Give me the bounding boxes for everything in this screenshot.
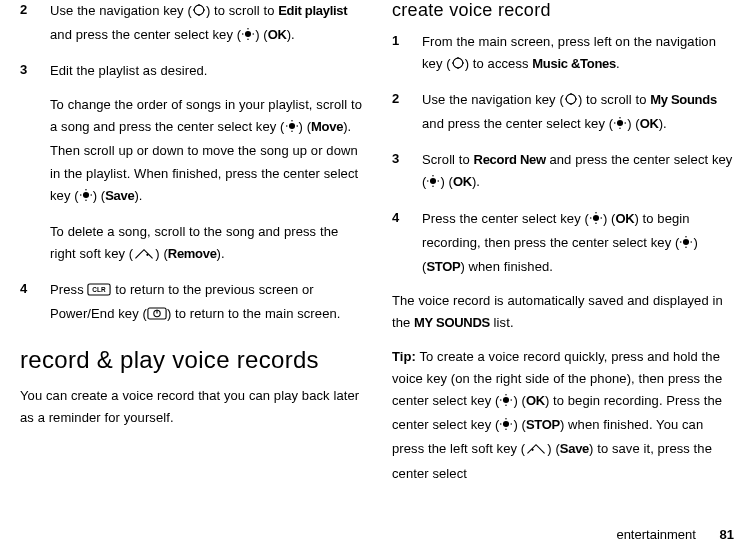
step-number: 4 [20,279,50,327]
step-2: 2 Use the navigation key () to scroll to… [20,0,362,48]
step-4: 4 Press the center select key () (OK) to… [392,208,734,278]
paragraph: To change the order of songs in your pla… [50,94,362,208]
step-body: Press the center select key () (OK) to b… [422,208,734,278]
step-number: 1 [392,31,422,77]
paragraph: The voice record is automatically saved … [392,290,734,334]
step-3: 3 Edit the playlist as desired. [20,60,362,82]
step-body: Use the navigation key () to scroll to M… [422,89,734,137]
step-4: 4 Press to return to the previous screen… [20,279,362,327]
clr-key-icon [87,281,111,303]
center-key-icon [426,173,440,195]
step-body: Use the navigation key () to scroll to E… [50,0,362,48]
center-key-icon [285,118,299,140]
paragraph: You can create a voice record that you c… [20,385,362,429]
step-number: 4 [392,208,422,278]
step-body: Edit the playlist as desired. [50,60,208,82]
nav-key-icon [451,55,465,77]
right-column: create voice record 1 From the main scre… [392,0,734,497]
step-number: 2 [392,89,422,137]
center-key-icon [79,187,93,209]
step-3: 3 Scroll to Record New and press the cen… [392,149,734,195]
center-key-icon [499,416,513,438]
nav-key-icon [192,2,206,24]
step-body: Scroll to Record New and press the cente… [422,149,734,195]
subsection-heading: create voice record [392,0,734,21]
footer-section: entertainment [616,527,696,542]
center-key-icon [679,234,693,256]
center-key-icon [613,115,627,137]
paragraph: To delete a song, scroll to the song and… [50,221,362,267]
left-column: 2 Use the navigation key () to scroll to… [20,0,362,497]
step-body: Press to return to the previous screen o… [50,279,362,327]
step-1: 1 From the main screen, press left on th… [392,31,734,77]
step-number: 3 [20,60,50,82]
tip-paragraph: Tip: To create a voice record quickly, p… [392,346,734,485]
step-number: 2 [20,0,50,48]
page-footer: entertainment 81 [616,527,734,542]
page-number: 81 [720,527,734,542]
center-key-icon [499,392,513,414]
right-softkey-icon [133,245,155,267]
step-body: From the main screen, press left on the … [422,31,734,77]
step-2: 2 Use the navigation key () to scroll to… [392,89,734,137]
center-key-icon [241,26,255,48]
left-softkey-icon [525,440,547,462]
section-heading: record & play voice records [20,345,362,375]
power-key-icon [147,305,167,327]
step-number: 3 [392,149,422,195]
nav-key-icon [564,91,578,113]
center-key-icon [589,210,603,232]
tip-label: Tip: [392,349,416,364]
